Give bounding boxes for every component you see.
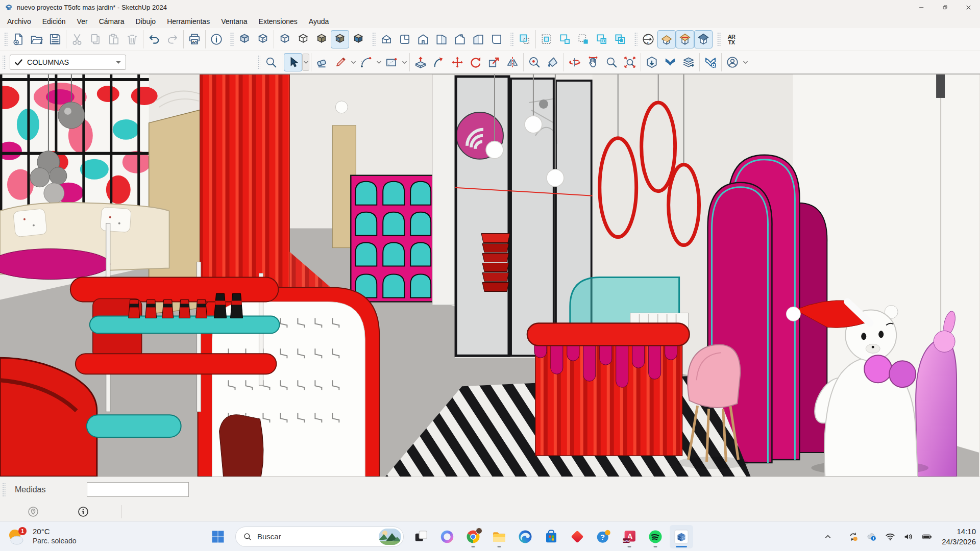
taskbar-search[interactable]: Buscar bbox=[235, 527, 404, 547]
taskbar-autocad-button[interactable]: ACAD bbox=[618, 525, 641, 548]
onedrive-sync-button[interactable] bbox=[847, 530, 860, 543]
paste-button[interactable] bbox=[105, 30, 123, 48]
toolbar-drag-handle[interactable] bbox=[257, 56, 260, 69]
sel-subtract-button[interactable] bbox=[574, 30, 593, 48]
taskbar-sketchup-button[interactable] bbox=[670, 525, 693, 548]
style-hidden-line-button[interactable] bbox=[294, 30, 312, 48]
menu-dibujo[interactable]: Dibujo bbox=[130, 15, 161, 28]
flip-button[interactable] bbox=[503, 53, 522, 71]
taskbar-edge-button[interactable] bbox=[513, 525, 537, 548]
measurements-drag-handle[interactable] bbox=[2, 483, 6, 496]
toolbar-drag-handle[interactable] bbox=[3, 56, 6, 69]
minimize-button[interactable] bbox=[910, 0, 933, 14]
taskbar-diamond-app-button[interactable] bbox=[566, 525, 589, 548]
view-back-button[interactable] bbox=[451, 30, 469, 48]
eraser-button[interactable] bbox=[313, 53, 331, 71]
style-back-edges-button[interactable] bbox=[254, 30, 272, 48]
geolocation-icon[interactable] bbox=[27, 505, 40, 518]
style-monochrome-button[interactable] bbox=[349, 30, 368, 48]
sel-overlap-button[interactable] bbox=[593, 30, 611, 48]
menu-extensiones[interactable]: Extensiones bbox=[253, 15, 303, 28]
search-tool-button[interactable] bbox=[262, 53, 280, 71]
taskbar-chrome-button[interactable] bbox=[461, 525, 485, 548]
undo-button[interactable] bbox=[145, 30, 163, 48]
view-bottom-button[interactable] bbox=[487, 30, 506, 48]
zoom-extents-button[interactable] bbox=[621, 53, 639, 71]
new-file-button[interactable] bbox=[9, 30, 28, 48]
view-right-button[interactable] bbox=[432, 30, 451, 48]
measurements-input[interactable] bbox=[87, 482, 189, 497]
ar-tx-button[interactable]: ARTX bbox=[722, 30, 741, 48]
shapes-dropdown-button[interactable] bbox=[401, 54, 408, 71]
copy-button[interactable] bbox=[86, 30, 105, 48]
delete-button[interactable] bbox=[123, 30, 141, 48]
credits-icon[interactable] bbox=[77, 505, 90, 518]
toolbar-drag-handle[interactable] bbox=[717, 33, 721, 46]
sel-add-button[interactable] bbox=[556, 30, 574, 48]
menu-camara[interactable]: Cámara bbox=[93, 15, 130, 28]
orbit-button[interactable] bbox=[566, 53, 584, 71]
paint-bucket-button[interactable] bbox=[544, 53, 562, 71]
cut-button[interactable] bbox=[68, 30, 86, 48]
taskbar-clock[interactable]: 14:10 24/3/2026 bbox=[942, 527, 976, 546]
restore-button[interactable] bbox=[933, 0, 957, 14]
pencil-dropdown-button[interactable] bbox=[350, 54, 357, 71]
toolbar-drag-handle[interactable] bbox=[634, 33, 638, 46]
style-textured-button[interactable] bbox=[331, 30, 349, 48]
view-left-button[interactable] bbox=[469, 30, 487, 48]
menu-archivo[interactable]: Archivo bbox=[2, 15, 37, 28]
menu-ayuda[interactable]: Ayuda bbox=[303, 15, 334, 28]
move-button[interactable] bbox=[448, 53, 467, 71]
style-shaded-button[interactable] bbox=[312, 30, 331, 48]
zoom-button[interactable] bbox=[602, 53, 621, 71]
save-button[interactable] bbox=[46, 30, 64, 48]
follow-me-button[interactable] bbox=[430, 53, 448, 71]
taskbar-help-app-button[interactable]: ? bbox=[592, 525, 615, 548]
taskbar-start-button[interactable] bbox=[206, 525, 230, 548]
menu-edicion[interactable]: Edición bbox=[37, 15, 71, 28]
redo-button[interactable] bbox=[163, 30, 182, 48]
view-front-button[interactable] bbox=[414, 30, 432, 48]
style-wireframe-button[interactable] bbox=[276, 30, 294, 48]
arcs-button[interactable] bbox=[357, 53, 375, 71]
taskbar-weather-widget[interactable]: 1 20°C Parc. soleado bbox=[6, 522, 77, 551]
taskbar-microsoft-store-button[interactable] bbox=[540, 525, 563, 548]
print-button[interactable] bbox=[185, 30, 204, 48]
taskbar-file-explorer-button[interactable] bbox=[487, 525, 511, 548]
toolbar-drag-handle[interactable] bbox=[510, 33, 514, 46]
pencil-button[interactable] bbox=[331, 53, 350, 71]
toolbar-drag-handle[interactable] bbox=[230, 33, 234, 46]
menu-herramientas[interactable]: Herramientas bbox=[161, 15, 215, 28]
select-dropdown-button[interactable] bbox=[302, 54, 309, 71]
open-button[interactable] bbox=[28, 30, 46, 48]
section-plane-button[interactable]: CA-B bbox=[639, 30, 657, 48]
taskbar-task-view-button[interactable] bbox=[409, 525, 433, 548]
taskbar-copilot-button[interactable] bbox=[435, 525, 459, 548]
toolbar-drag-handle[interactable] bbox=[4, 33, 8, 46]
view-top-button[interactable] bbox=[396, 30, 414, 48]
section-display-fill-button[interactable] bbox=[694, 30, 713, 48]
section-display-planes-button[interactable] bbox=[657, 30, 676, 48]
close-button[interactable] bbox=[957, 0, 980, 14]
taskbar-spotify-button[interactable] bbox=[644, 525, 667, 548]
warehouse-download-button[interactable] bbox=[643, 53, 661, 71]
select-button[interactable] bbox=[284, 53, 302, 71]
account-button[interactable] bbox=[723, 53, 742, 71]
rotate-button[interactable] bbox=[467, 53, 485, 71]
warehouse-3d-button[interactable] bbox=[661, 53, 679, 71]
battery-button[interactable] bbox=[920, 530, 934, 543]
sel-crossing-button[interactable] bbox=[537, 30, 556, 48]
sel-window-button[interactable] bbox=[516, 30, 534, 48]
extension-manager-button[interactable] bbox=[701, 53, 720, 71]
section-display-cuts-button[interactable] bbox=[676, 30, 694, 48]
toolbar-drag-handle[interactable] bbox=[372, 33, 376, 46]
pan-button[interactable] bbox=[584, 53, 602, 71]
account-dropdown-button[interactable] bbox=[742, 54, 749, 71]
style-xray-button[interactable] bbox=[235, 30, 254, 48]
share-model-button[interactable] bbox=[679, 53, 698, 71]
view-iso-button[interactable] bbox=[377, 30, 396, 48]
model-info-button[interactable] bbox=[207, 30, 226, 48]
tray-chevron-button[interactable] bbox=[821, 530, 835, 543]
tape-measure-button[interactable] bbox=[525, 53, 544, 71]
cloud-info-button[interactable] bbox=[865, 530, 878, 543]
